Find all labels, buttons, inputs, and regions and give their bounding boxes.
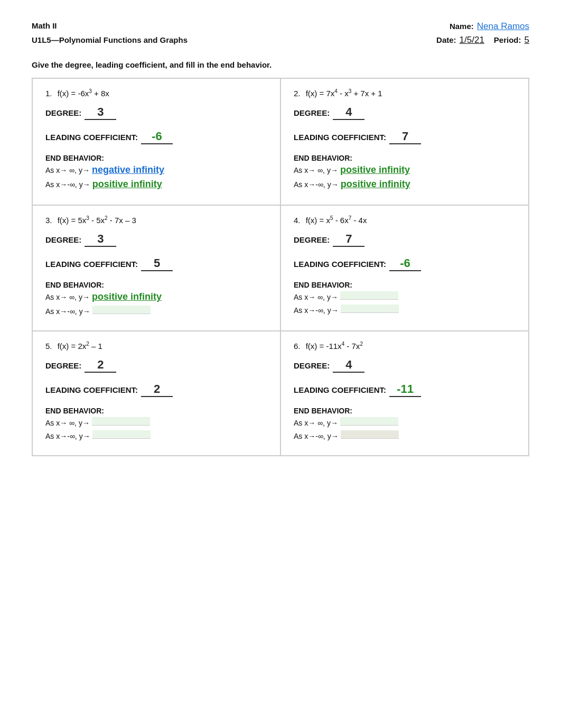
course-title: Math II [32, 21, 188, 30]
problem-2-degree-label: DEGREE: [294, 108, 330, 117]
problem-5-coeff-value: 2 [141, 382, 173, 397]
problem-4-degree-value: 7 [333, 232, 364, 247]
problem-5-number: 5. [45, 342, 52, 351]
problem-6-coeff-value: -11 [389, 382, 421, 397]
problem-3-degree-row: DEGREE: 3 [45, 232, 267, 247]
problem-2-eb1-answer: positive infinity [340, 164, 410, 176]
problem-3: 3. f(x) = 5x3 - 5x2 - 7x – 3 DEGREE: 3 L… [32, 205, 280, 331]
problem-3-eb2-prefix: As x→-∞, y→ [45, 307, 90, 316]
problem-2-eb2-prefix: As x→-∞, y→ [294, 180, 339, 189]
period-label: Period: [494, 35, 521, 44]
problem-6-eb2-prefix: As x→-∞, y→ [294, 432, 339, 440]
problem-1-degree-row: DEGREE: 3 [45, 105, 267, 120]
problem-5-degree-label: DEGREE: [45, 361, 81, 370]
problem-4-number: 4. [294, 216, 301, 225]
problem-4-eb1-blank [340, 291, 398, 300]
problem-1-eb1-prefix: As x→ ∞, y→ [45, 166, 90, 174]
problem-5: 5. f(x) = 2x2 – 1 DEGREE: 2 LEADING COEF… [32, 331, 280, 456]
problem-4-func: f(x) = x5 - 6x7 - 4x [306, 216, 367, 225]
problem-1: 1. f(x) = -6x3 + 8x DEGREE: 3 LEADING CO… [32, 78, 280, 205]
problem-2-func: f(x) = 7x4 - x3 + 7x + 1 [306, 89, 382, 98]
problem-1-eb2-prefix: As x→-∞, y→ [45, 180, 90, 189]
problem-2-eb2-answer: positive infinity [341, 179, 410, 190]
problem-1-coeff-value: -6 [141, 130, 173, 144]
problem-6-degree-row: DEGREE: 4 [294, 358, 516, 373]
problem-2-coeff-value: 7 [389, 130, 421, 144]
problem-4-coeff-value: -6 [389, 256, 421, 271]
unit-title: U1L5—Polynomial Functions and Graphs [32, 35, 188, 44]
problem-3-end-behavior: END BEHAVIOR: As x→ ∞, y→ positive infin… [45, 281, 267, 316]
date-value: 1/5/21 [460, 35, 484, 45]
problem-6-coeff-label: LEADING COEFFICIENT: [294, 385, 386, 394]
problem-3-degree-label: DEGREE: [45, 235, 81, 244]
problem-2-end-behavior: END BEHAVIOR: As x→ ∞, y→ positive infin… [294, 154, 516, 190]
problem-3-number: 3. [45, 216, 52, 225]
problem-5-coeff-row: LEADING COEFFICIENT: 2 [45, 382, 267, 397]
problems-grid: 1. f(x) = -6x3 + 8x DEGREE: 3 LEADING CO… [32, 78, 529, 456]
problem-1-coeff-label: LEADING COEFFICIENT: [45, 133, 138, 142]
problem-2-degree-value: 4 [333, 105, 364, 120]
problem-5-degree-value: 2 [85, 358, 116, 373]
problem-6-degree-value: 4 [333, 358, 364, 373]
problem-5-eb2-prefix: As x→-∞, y→ [45, 432, 90, 440]
problem-2-eb1-prefix: As x→ ∞, y→ [294, 166, 338, 174]
problem-5-eb1-blank [92, 417, 150, 426]
problem-4-end-behavior: END BEHAVIOR: As x→ ∞, y→ As x→-∞, y→ [294, 281, 516, 315]
problem-3-coeff-row: LEADING COEFFICIENT: 5 [45, 256, 267, 271]
problem-5-degree-row: DEGREE: 2 [45, 358, 267, 373]
problem-4-degree-row: DEGREE: 7 [294, 232, 516, 247]
problem-5-func: f(x) = 2x2 – 1 [58, 342, 102, 351]
problem-1-degree-value: 3 [85, 105, 116, 120]
problem-1-func: f(x) = -6x3 + 8x [58, 89, 109, 98]
name-value: Nena Ramos [477, 21, 529, 32]
page-header: Math II U1L5—Polynomial Functions and Gr… [32, 21, 529, 45]
problem-6-number: 6. [294, 342, 301, 351]
problem-1-number: 1. [45, 89, 52, 98]
problem-6-eb2-blank [341, 430, 399, 439]
problem-6-end-behavior: END BEHAVIOR: As x→ ∞, y→ As x→-∞, y→ [294, 407, 516, 440]
problem-2-coeff-label: LEADING COEFFICIENT: [294, 133, 386, 142]
problem-2-number: 2. [294, 89, 301, 98]
problem-2-coeff-row: LEADING COEFFICIENT: 7 [294, 130, 516, 144]
problem-4-coeff-row: LEADING COEFFICIENT: -6 [294, 256, 516, 271]
problem-6-coeff-row: LEADING COEFFICIENT: -11 [294, 382, 516, 397]
problem-4: 4. f(x) = x5 - 6x7 - 4x DEGREE: 7 LEADIN… [280, 205, 529, 331]
problem-2-degree-row: DEGREE: 4 [294, 105, 516, 120]
problem-3-eb1-answer: positive infinity [92, 291, 162, 302]
problem-3-degree-value: 3 [85, 232, 116, 247]
date-period-line: Date: 1/5/21 Period: 5 [436, 35, 529, 45]
problem-6-eb1-prefix: As x→ ∞, y→ [294, 419, 338, 427]
date-label: Date: [436, 35, 456, 44]
problem-6: 6. f(x) = -11x4 - 7x2 DEGREE: 4 LEADING … [280, 331, 529, 456]
problem-6-degree-label: DEGREE: [294, 361, 330, 370]
problem-3-coeff-label: LEADING COEFFICIENT: [45, 260, 138, 269]
instructions: Give the degree, leading coefficient, an… [32, 60, 529, 69]
problem-6-func: f(x) = -11x4 - 7x2 [306, 342, 363, 351]
problem-1-end-behavior: END BEHAVIOR: As x→ ∞, y→ negative infin… [45, 154, 267, 190]
problem-5-eb2-blank [92, 430, 151, 439]
problem-6-eb1-blank [340, 417, 398, 426]
problem-4-eb1-prefix: As x→ ∞, y→ [294, 293, 338, 301]
name-label: Name: [450, 22, 474, 31]
problem-1-coeff-row: LEADING COEFFICIENT: -6 [45, 130, 267, 144]
problem-3-eb1-prefix: As x→ ∞, y→ [45, 293, 90, 301]
period-value: 5 [525, 35, 529, 45]
problem-4-degree-label: DEGREE: [294, 235, 330, 244]
problem-5-coeff-label: LEADING COEFFICIENT: [45, 385, 138, 394]
problem-4-eb2-prefix: As x→-∞, y→ [294, 306, 339, 315]
name-line: Name: Nena Ramos [450, 21, 529, 32]
problem-3-coeff-value: 5 [141, 256, 173, 271]
problem-3-func: f(x) = 5x3 - 5x2 - 7x – 3 [58, 216, 136, 225]
problem-2: 2. f(x) = 7x4 - x3 + 7x + 1 DEGREE: 4 LE… [280, 78, 529, 205]
problem-5-eb1-prefix: As x→ ∞, y→ [45, 419, 90, 427]
problem-4-coeff-label: LEADING COEFFICIENT: [294, 260, 386, 269]
problem-1-eb1-answer: negative infinity [92, 164, 164, 176]
problem-3-eb2-blank [92, 306, 151, 314]
problem-5-end-behavior: END BEHAVIOR: As x→ ∞, y→ As x→-∞, y→ [45, 407, 267, 440]
problem-1-eb2-answer: positive infinity [92, 179, 162, 190]
problem-4-eb2-blank [341, 305, 399, 313]
problem-1-degree-label: DEGREE: [45, 108, 81, 117]
